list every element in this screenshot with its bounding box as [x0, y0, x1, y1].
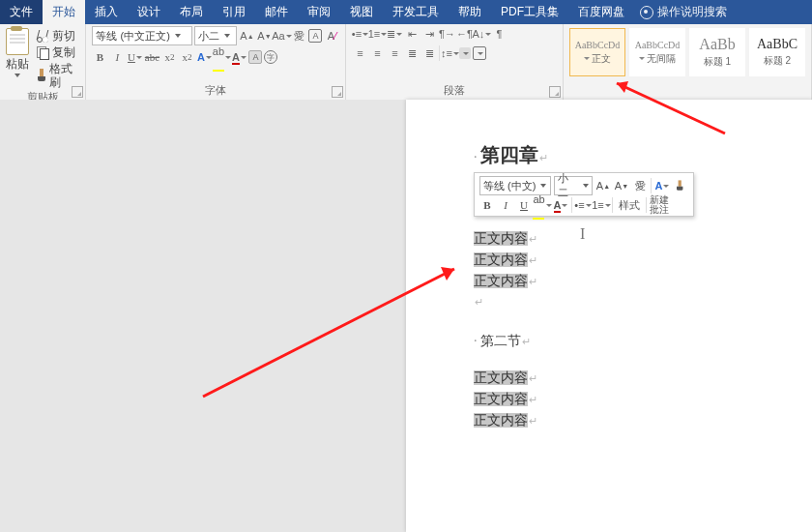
mini-numbering[interactable]: 1≡ — [594, 197, 609, 213]
show-marks-button[interactable]: ¶ — [491, 26, 507, 42]
rtl-direction-button[interactable]: ←¶ — [456, 26, 472, 42]
tell-me-search[interactable]: 操作说明搜索 — [640, 0, 727, 24]
font-color-button[interactable]: A — [231, 49, 246, 65]
group-label-paragraph: 段落 — [352, 83, 557, 100]
tab-pdf-tools[interactable]: PDF工具集 — [491, 0, 568, 24]
tab-devtools[interactable]: 开发工具 — [383, 0, 449, 24]
font-name-value: 等线 (中文正文) — [96, 29, 169, 44]
paste-button[interactable]: 粘贴 — [6, 26, 29, 77]
menu-bar: 文件 开始 插入 设计 布局 引用 邮件 审阅 视图 开发工具 帮助 PDF工具… — [0, 0, 812, 24]
superscript-button[interactable]: x2 — [179, 49, 194, 65]
style-nospacing[interactable]: AaBbCcDd 无间隔 — [629, 28, 685, 76]
tab-view[interactable]: 视图 — [340, 0, 383, 24]
change-case-icon[interactable]: Aa — [274, 28, 289, 44]
enclose-char-button[interactable]: 字 — [264, 50, 277, 64]
mini-text-effect-icon[interactable]: A — [654, 178, 670, 193]
line-spacing-button[interactable]: ↕≡ — [442, 45, 457, 61]
tab-layout[interactable]: 布局 — [170, 0, 213, 24]
group-paragraph: •≡ 1≡ ≣ ⇤ ⇥ ¶→ ←¶ A↓ ¶ ≡ ≡ ≡ ≣ ≣ ↕≡ — [346, 24, 564, 100]
align-left-button[interactable]: ≡ — [352, 45, 367, 61]
workspace: ·第四章↵ 正文内容↵ 正文内容↵ 正文内容↵ ↵ ·第二节↵ 正文内容↵ 正文… — [0, 100, 812, 532]
mini-styles-button[interactable]: 样式 — [616, 197, 643, 213]
bold-button[interactable]: B — [92, 49, 107, 65]
sort-button[interactable]: A↓ — [474, 26, 489, 42]
subscript-button[interactable]: x2 — [161, 49, 177, 65]
body-line-2[interactable]: 正文内容 — [474, 252, 528, 267]
font-size-dropdown[interactable]: 小二 — [194, 26, 237, 45]
numbering-button[interactable]: 1≡ — [369, 26, 385, 42]
font-name-dropdown[interactable]: 等线 (中文正文) — [92, 26, 192, 45]
tab-review[interactable]: 审阅 — [298, 0, 340, 24]
heading-4[interactable]: 第四章 — [480, 144, 538, 165]
mini-shrink-font-icon[interactable]: A▼ — [614, 178, 629, 193]
mini-font-name[interactable]: 等线 (中文) — [479, 176, 551, 195]
align-center-button[interactable]: ≡ — [369, 45, 385, 61]
paragraph-launcher[interactable] — [549, 86, 561, 98]
grow-font-icon[interactable]: A▲ — [239, 28, 254, 44]
clear-format-icon[interactable]: A⁄ — [324, 28, 339, 44]
borders-button[interactable] — [473, 46, 486, 60]
style-name: 正文 — [592, 52, 611, 66]
phonetic-guide-icon[interactable]: 愛 — [291, 28, 306, 44]
paste-icon — [6, 28, 29, 55]
font-launcher[interactable] — [332, 86, 343, 98]
group-label-font: 字体 — [92, 83, 339, 100]
style-heading1[interactable]: AaBb 标题 1 — [689, 28, 745, 76]
cut-button[interactable]: 剪切 — [33, 28, 79, 44]
tab-insert[interactable]: 插入 — [85, 0, 128, 24]
align-distribute-button[interactable]: ≣ — [421, 45, 437, 61]
tab-baidu-netdisk[interactable]: 百度网盘 — [568, 0, 634, 24]
copy-label: 复制 — [52, 45, 75, 59]
tab-references[interactable]: 引用 — [213, 0, 255, 24]
body-line-5[interactable]: 正文内容 — [474, 392, 528, 406]
style-heading2[interactable]: AaBbC 标题 2 — [749, 28, 805, 76]
body-line-1[interactable]: 正文内容 — [474, 231, 528, 246]
text-effects-button[interactable]: A — [196, 49, 212, 65]
mini-phonetic-icon[interactable]: 愛 — [632, 178, 648, 193]
body-line-3[interactable]: 正文内容 — [474, 274, 528, 288]
tab-home[interactable]: 开始 — [43, 0, 85, 24]
clipboard-launcher[interactable] — [72, 86, 83, 98]
tab-design[interactable]: 设计 — [128, 0, 170, 24]
tab-help[interactable]: 帮助 — [449, 0, 491, 24]
shrink-font-icon[interactable]: A▼ — [256, 28, 272, 44]
section-2[interactable]: 第二节 — [480, 334, 521, 348]
mini-font-color[interactable]: A — [553, 197, 568, 213]
mini-new-comment[interactable]: 新建 批注 — [650, 197, 669, 213]
mini-underline[interactable]: U — [516, 197, 532, 213]
tab-mailings[interactable]: 邮件 — [255, 0, 298, 24]
mini-grow-font-icon[interactable]: A▲ — [595, 178, 611, 193]
shading-button[interactable] — [459, 47, 471, 59]
highlight-button[interactable]: ab — [214, 49, 229, 65]
char-border-icon[interactable]: A — [308, 29, 322, 43]
style-preview: AaBbCcDd — [635, 40, 681, 50]
bullets-button[interactable]: •≡ — [352, 26, 367, 42]
char-shading-button[interactable]: A — [248, 50, 262, 64]
ltr-direction-button[interactable]: ¶→ — [439, 26, 454, 42]
tell-me-label: 操作说明搜索 — [657, 4, 727, 20]
multilevel-button[interactable]: ≣ — [387, 26, 402, 42]
group-clipboard: 粘贴 剪切 复制 格式刷 剪贴板 — [0, 24, 86, 100]
group-font: 等线 (中文正文) 小二 A▲ A▼ Aa 愛 A A⁄ B I U abc x… — [86, 24, 346, 100]
body-line-6[interactable]: 正文内容 — [474, 413, 528, 428]
copy-button[interactable]: 复制 — [33, 44, 79, 60]
tab-file[interactable]: 文件 — [0, 0, 43, 24]
style-normal[interactable]: AaBbCcDd 正文 — [569, 28, 625, 76]
align-right-button[interactable]: ≡ — [387, 45, 402, 61]
strikethrough-button[interactable]: abc — [144, 49, 160, 65]
increase-indent-button[interactable]: ⇥ — [421, 26, 437, 42]
mini-highlight[interactable]: ab — [535, 197, 550, 213]
mini-italic[interactable]: I — [498, 197, 513, 213]
decrease-indent-button[interactable]: ⇤ — [404, 26, 420, 42]
align-justify-button[interactable]: ≣ — [404, 45, 420, 61]
mini-bullets[interactable]: •≡ — [575, 197, 591, 213]
mini-bold[interactable]: B — [479, 197, 495, 213]
lightbulb-icon — [640, 6, 653, 19]
italic-button[interactable]: I — [109, 49, 125, 65]
underline-button[interactable]: U — [127, 49, 142, 65]
style-preview: AaBb — [699, 36, 735, 53]
mini-format-painter-icon[interactable] — [673, 178, 688, 193]
document-page[interactable]: ·第四章↵ 正文内容↵ 正文内容↵ 正文内容↵ ↵ ·第二节↵ 正文内容↵ 正文… — [406, 100, 812, 532]
mini-font-size[interactable]: 小二 — [554, 176, 593, 195]
body-line-4[interactable]: 正文内容 — [474, 370, 528, 385]
